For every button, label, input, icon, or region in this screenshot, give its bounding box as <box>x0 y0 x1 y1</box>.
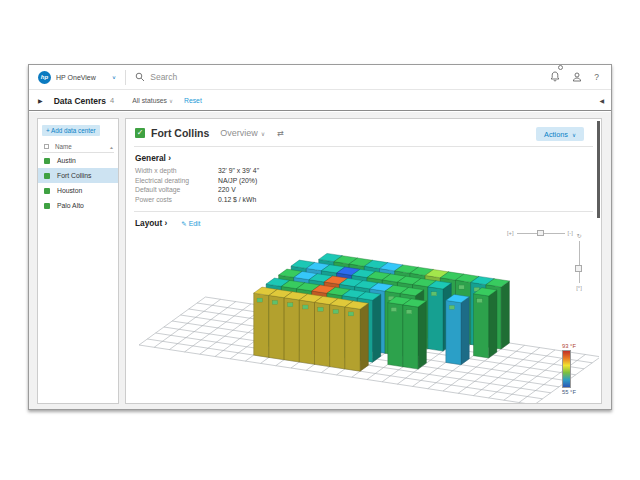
tilt-icon: [°] <box>576 285 582 291</box>
scrollbar-thumb[interactable] <box>597 121 600 218</box>
brand-title: HP OneView <box>56 74 96 81</box>
list-item-palo-alto[interactable]: Palo Alto <box>38 198 118 213</box>
status-ok-icon <box>44 158 50 164</box>
view-chevron-icon: ∨ <box>261 130 265 137</box>
search-icon <box>135 72 145 82</box>
list-item-austin[interactable]: Austin <box>38 153 118 168</box>
data-center-list-panel: + Add data center Name ▲ Austin Fort Col… <box>37 118 119 404</box>
data-center-title: Fort Collins <box>151 127 209 139</box>
breadcrumb-bar: ▶ Data Centers 4 All statuses ∨ Reset ◀ <box>29 91 611 111</box>
field-value: 32' 9" x 39' 4" <box>218 166 259 176</box>
list-item-label: Houston <box>57 187 82 194</box>
related-views-icon[interactable]: ⇄ <box>277 129 284 138</box>
general-row: Default voltage 220 V <box>126 185 601 195</box>
zoom-slider[interactable]: [+] [-] <box>507 230 573 236</box>
list-header[interactable]: Name ▲ <box>42 141 114 153</box>
view-selector-dropdown[interactable]: Overview <box>220 128 258 138</box>
list-item-label: Fort Collins <box>57 172 91 179</box>
field-label: Width x depth <box>135 166 218 176</box>
expand-menu-icon[interactable]: ▶ <box>38 97 43 104</box>
field-value: 220 V <box>218 185 236 195</box>
topbar-divider <box>125 70 126 85</box>
layout-section-heading-row: Layout › ✎ Edit <box>126 212 601 228</box>
status-column-icon <box>44 144 49 149</box>
top-bar: hp HP OneView ∨ Search ? <box>29 65 611 90</box>
notifications-bell-icon[interactable] <box>550 68 560 86</box>
layout-3d-viewport[interactable] <box>129 227 599 404</box>
actions-button[interactable]: Actions∨ <box>536 127 584 141</box>
temperature-max-label: 93 °F <box>562 343 576 349</box>
zoom-slider-handle[interactable] <box>537 230 544 236</box>
tilt-slider[interactable]: ↻ [°] <box>573 232 585 291</box>
add-data-center-button[interactable]: + Add data center <box>42 125 100 136</box>
general-section-heading[interactable]: General › <box>126 147 601 166</box>
field-label: Electrical derating <box>135 176 218 186</box>
content-area: + Add data center Name ▲ Austin Fort Col… <box>29 112 611 409</box>
topbar-icons: ? <box>550 68 599 86</box>
collapse-panel-icon[interactable]: ◀ <box>599 97 604 104</box>
general-row: Power costs 0.12 $ / kWh <box>126 195 601 205</box>
list-item-fort-collins[interactable]: Fort Collins <box>38 168 118 183</box>
zoom-slider-track[interactable] <box>517 233 565 234</box>
actions-chevron-icon: ∨ <box>572 132 576 138</box>
status-ok-check-icon: ✓ <box>135 128 145 138</box>
list-item-label: Austin <box>57 157 76 164</box>
field-label: Power costs <box>135 195 218 205</box>
tilt-slider-handle[interactable] <box>575 265 582 272</box>
temperature-min-label: 55 °F <box>562 389 576 395</box>
page-title: Data Centers <box>54 96 106 106</box>
zoom-out-icon[interactable]: [-] <box>568 230 573 236</box>
resource-count: 4 <box>110 96 114 105</box>
general-row: Width x depth 32' 9" x 39' 4" <box>126 166 601 176</box>
user-icon[interactable] <box>572 68 582 86</box>
status-ok-icon <box>44 203 50 209</box>
hp-logo-icon[interactable]: hp <box>38 71 51 84</box>
zoom-in-icon[interactable]: [+] <box>507 230 514 236</box>
list-item-houston[interactable]: Houston <box>38 183 118 198</box>
filter-chevron-icon: ∨ <box>169 98 173 104</box>
detail-panel: ✓ Fort Collins Overview ∨ ⇄ Actions∨ Gen… <box>125 118 602 404</box>
search-input[interactable]: Search <box>150 72 177 82</box>
status-ok-icon <box>44 173 50 179</box>
status-filter-dropdown[interactable]: All statuses <box>132 97 167 104</box>
detail-header: ✓ Fort Collins Overview ∨ ⇄ <box>126 119 601 144</box>
temperature-legend: 93 °F 55 °F <box>562 343 576 395</box>
actions-label: Actions <box>544 130 568 139</box>
hp-logo-text: hp <box>41 74 48 80</box>
general-row: Electrical derating NA/JP (20%) <box>126 176 601 186</box>
list-item-label: Palo Alto <box>57 202 84 209</box>
help-icon[interactable]: ? <box>594 72 599 82</box>
sort-ascending-icon: ▲ <box>109 144 114 149</box>
field-label: Default voltage <box>135 185 218 195</box>
reset-filter-link[interactable]: Reset <box>184 97 202 104</box>
rotate-icon[interactable]: ↻ <box>576 232 581 239</box>
temperature-gradient-bar <box>562 350 571 388</box>
field-value: 0.12 $ / kWh <box>218 195 256 205</box>
tilt-slider-track[interactable] <box>579 241 580 283</box>
status-ok-icon <box>44 188 50 194</box>
brand-menu-chevron-icon[interactable]: ∨ <box>112 74 116 80</box>
app-window: hp HP OneView ∨ Search ? <box>28 64 612 410</box>
field-value: NA/JP (20%) <box>218 176 257 186</box>
name-column-label: Name <box>55 143 72 150</box>
notification-badge <box>558 65 563 70</box>
